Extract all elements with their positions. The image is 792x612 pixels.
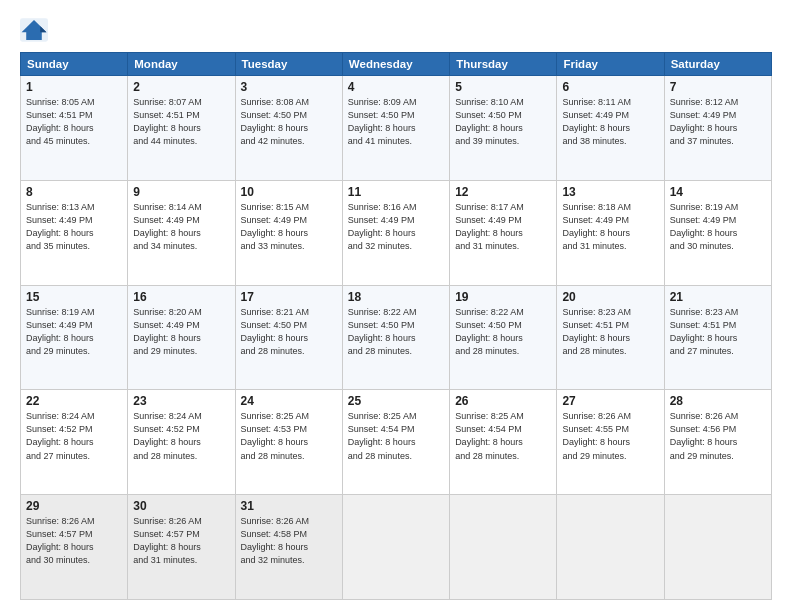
day-number: 21 xyxy=(670,290,766,304)
calendar-week-row: 15Sunrise: 8:19 AMSunset: 4:49 PMDayligh… xyxy=(21,285,772,390)
calendar-cell: 4Sunrise: 8:09 AMSunset: 4:50 PMDaylight… xyxy=(342,76,449,181)
day-number: 29 xyxy=(26,499,122,513)
cell-text: Sunrise: 8:26 AMSunset: 4:56 PMDaylight:… xyxy=(670,410,766,462)
cell-text: Sunrise: 8:09 AMSunset: 4:50 PMDaylight:… xyxy=(348,96,444,148)
day-number: 31 xyxy=(241,499,337,513)
calendar-cell: 22Sunrise: 8:24 AMSunset: 4:52 PMDayligh… xyxy=(21,390,128,495)
day-number: 15 xyxy=(26,290,122,304)
calendar: SundayMondayTuesdayWednesdayThursdayFrid… xyxy=(20,52,772,600)
cell-text: Sunrise: 8:24 AMSunset: 4:52 PMDaylight:… xyxy=(133,410,229,462)
cell-text: Sunrise: 8:17 AMSunset: 4:49 PMDaylight:… xyxy=(455,201,551,253)
calendar-cell: 19Sunrise: 8:22 AMSunset: 4:50 PMDayligh… xyxy=(450,285,557,390)
day-number: 5 xyxy=(455,80,551,94)
cell-text: Sunrise: 8:08 AMSunset: 4:50 PMDaylight:… xyxy=(241,96,337,148)
weekday-header: Friday xyxy=(557,53,664,76)
cell-text: Sunrise: 8:16 AMSunset: 4:49 PMDaylight:… xyxy=(348,201,444,253)
day-number: 18 xyxy=(348,290,444,304)
day-number: 30 xyxy=(133,499,229,513)
calendar-cell: 17Sunrise: 8:21 AMSunset: 4:50 PMDayligh… xyxy=(235,285,342,390)
day-number: 25 xyxy=(348,394,444,408)
cell-text: Sunrise: 8:13 AMSunset: 4:49 PMDaylight:… xyxy=(26,201,122,253)
cell-text: Sunrise: 8:26 AMSunset: 4:58 PMDaylight:… xyxy=(241,515,337,567)
cell-text: Sunrise: 8:22 AMSunset: 4:50 PMDaylight:… xyxy=(455,306,551,358)
calendar-cell: 3Sunrise: 8:08 AMSunset: 4:50 PMDaylight… xyxy=(235,76,342,181)
calendar-cell: 24Sunrise: 8:25 AMSunset: 4:53 PMDayligh… xyxy=(235,390,342,495)
day-number: 11 xyxy=(348,185,444,199)
day-number: 8 xyxy=(26,185,122,199)
calendar-week-row: 29Sunrise: 8:26 AMSunset: 4:57 PMDayligh… xyxy=(21,495,772,600)
cell-text: Sunrise: 8:12 AMSunset: 4:49 PMDaylight:… xyxy=(670,96,766,148)
header xyxy=(20,18,772,42)
calendar-cell: 21Sunrise: 8:23 AMSunset: 4:51 PMDayligh… xyxy=(664,285,771,390)
cell-text: Sunrise: 8:23 AMSunset: 4:51 PMDaylight:… xyxy=(670,306,766,358)
weekday-header: Wednesday xyxy=(342,53,449,76)
day-number: 17 xyxy=(241,290,337,304)
day-number: 1 xyxy=(26,80,122,94)
day-number: 9 xyxy=(133,185,229,199)
calendar-cell: 7Sunrise: 8:12 AMSunset: 4:49 PMDaylight… xyxy=(664,76,771,181)
day-number: 7 xyxy=(670,80,766,94)
calendar-cell: 15Sunrise: 8:19 AMSunset: 4:49 PMDayligh… xyxy=(21,285,128,390)
calendar-cell xyxy=(664,495,771,600)
cell-text: Sunrise: 8:24 AMSunset: 4:52 PMDaylight:… xyxy=(26,410,122,462)
cell-text: Sunrise: 8:25 AMSunset: 4:53 PMDaylight:… xyxy=(241,410,337,462)
logo xyxy=(20,18,52,42)
cell-text: Sunrise: 8:10 AMSunset: 4:50 PMDaylight:… xyxy=(455,96,551,148)
cell-text: Sunrise: 8:19 AMSunset: 4:49 PMDaylight:… xyxy=(670,201,766,253)
calendar-week-row: 1Sunrise: 8:05 AMSunset: 4:51 PMDaylight… xyxy=(21,76,772,181)
cell-text: Sunrise: 8:26 AMSunset: 4:57 PMDaylight:… xyxy=(133,515,229,567)
cell-text: Sunrise: 8:07 AMSunset: 4:51 PMDaylight:… xyxy=(133,96,229,148)
day-number: 26 xyxy=(455,394,551,408)
calendar-cell: 12Sunrise: 8:17 AMSunset: 4:49 PMDayligh… xyxy=(450,180,557,285)
day-number: 20 xyxy=(562,290,658,304)
cell-text: Sunrise: 8:11 AMSunset: 4:49 PMDaylight:… xyxy=(562,96,658,148)
calendar-cell xyxy=(342,495,449,600)
cell-text: Sunrise: 8:26 AMSunset: 4:55 PMDaylight:… xyxy=(562,410,658,462)
calendar-cell: 13Sunrise: 8:18 AMSunset: 4:49 PMDayligh… xyxy=(557,180,664,285)
day-number: 14 xyxy=(670,185,766,199)
day-number: 10 xyxy=(241,185,337,199)
day-number: 4 xyxy=(348,80,444,94)
cell-text: Sunrise: 8:18 AMSunset: 4:49 PMDaylight:… xyxy=(562,201,658,253)
calendar-cell: 16Sunrise: 8:20 AMSunset: 4:49 PMDayligh… xyxy=(128,285,235,390)
calendar-cell: 10Sunrise: 8:15 AMSunset: 4:49 PMDayligh… xyxy=(235,180,342,285)
day-number: 16 xyxy=(133,290,229,304)
day-number: 28 xyxy=(670,394,766,408)
calendar-cell: 27Sunrise: 8:26 AMSunset: 4:55 PMDayligh… xyxy=(557,390,664,495)
calendar-cell: 14Sunrise: 8:19 AMSunset: 4:49 PMDayligh… xyxy=(664,180,771,285)
day-number: 2 xyxy=(133,80,229,94)
calendar-cell: 9Sunrise: 8:14 AMSunset: 4:49 PMDaylight… xyxy=(128,180,235,285)
day-number: 19 xyxy=(455,290,551,304)
weekday-header: Saturday xyxy=(664,53,771,76)
cell-text: Sunrise: 8:23 AMSunset: 4:51 PMDaylight:… xyxy=(562,306,658,358)
calendar-cell: 11Sunrise: 8:16 AMSunset: 4:49 PMDayligh… xyxy=(342,180,449,285)
weekday-header: Monday xyxy=(128,53,235,76)
day-number: 13 xyxy=(562,185,658,199)
cell-text: Sunrise: 8:22 AMSunset: 4:50 PMDaylight:… xyxy=(348,306,444,358)
calendar-cell: 5Sunrise: 8:10 AMSunset: 4:50 PMDaylight… xyxy=(450,76,557,181)
day-number: 23 xyxy=(133,394,229,408)
calendar-cell: 1Sunrise: 8:05 AMSunset: 4:51 PMDaylight… xyxy=(21,76,128,181)
calendar-cell: 30Sunrise: 8:26 AMSunset: 4:57 PMDayligh… xyxy=(128,495,235,600)
day-number: 6 xyxy=(562,80,658,94)
cell-text: Sunrise: 8:15 AMSunset: 4:49 PMDaylight:… xyxy=(241,201,337,253)
day-number: 3 xyxy=(241,80,337,94)
day-number: 12 xyxy=(455,185,551,199)
day-number: 27 xyxy=(562,394,658,408)
cell-text: Sunrise: 8:26 AMSunset: 4:57 PMDaylight:… xyxy=(26,515,122,567)
calendar-cell: 20Sunrise: 8:23 AMSunset: 4:51 PMDayligh… xyxy=(557,285,664,390)
calendar-cell: 31Sunrise: 8:26 AMSunset: 4:58 PMDayligh… xyxy=(235,495,342,600)
weekday-header: Thursday xyxy=(450,53,557,76)
calendar-week-row: 22Sunrise: 8:24 AMSunset: 4:52 PMDayligh… xyxy=(21,390,772,495)
calendar-cell: 23Sunrise: 8:24 AMSunset: 4:52 PMDayligh… xyxy=(128,390,235,495)
calendar-header-row: SundayMondayTuesdayWednesdayThursdayFrid… xyxy=(21,53,772,76)
day-number: 22 xyxy=(26,394,122,408)
cell-text: Sunrise: 8:21 AMSunset: 4:50 PMDaylight:… xyxy=(241,306,337,358)
cell-text: Sunrise: 8:20 AMSunset: 4:49 PMDaylight:… xyxy=(133,306,229,358)
calendar-cell: 2Sunrise: 8:07 AMSunset: 4:51 PMDaylight… xyxy=(128,76,235,181)
calendar-cell xyxy=(557,495,664,600)
cell-text: Sunrise: 8:19 AMSunset: 4:49 PMDaylight:… xyxy=(26,306,122,358)
page: SundayMondayTuesdayWednesdayThursdayFrid… xyxy=(0,0,792,612)
calendar-cell: 6Sunrise: 8:11 AMSunset: 4:49 PMDaylight… xyxy=(557,76,664,181)
logo-icon xyxy=(20,18,48,42)
